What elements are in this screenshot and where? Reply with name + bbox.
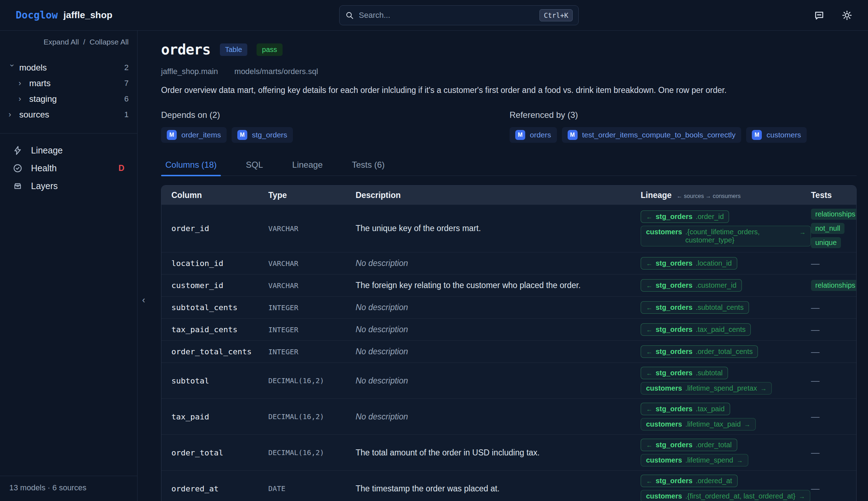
header-description: Description: [356, 191, 641, 200]
sidebar-tree-item-staging[interactable]: › staging 6: [0, 91, 137, 107]
lineage-badge[interactable]: ← stg_orders .tax_paid_cents: [641, 323, 751, 336]
model-badge-test_order_items_compute_to_bools_correctly[interactable]: M test_order_items_compute_to_bools_corr…: [562, 127, 742, 143]
referenced-by-section: Referenced by (3) M orders M test_order_…: [510, 110, 857, 143]
lineage-column: .tax_paid_cents: [696, 325, 745, 334]
lineage-column: .order_total_cents: [696, 348, 753, 356]
model-tree: › models 2 › marts 7 › staging 6 › sourc…: [0, 60, 137, 122]
depends-on-label: Depends on (2): [161, 110, 510, 120]
tree-item-label: sources: [19, 110, 49, 120]
upstream-arrow-icon: ←: [646, 304, 652, 312]
lineage-column: .customer_id: [696, 281, 737, 289]
lineage-column: .{count_lifetime_orders, customer_type}: [685, 228, 796, 244]
column-name: subtotal_cents: [161, 303, 268, 312]
lineage-badge[interactable]: customers .lifetime_spend_pretax →: [641, 382, 772, 395]
column-lineage: ← stg_orders .ordered_at customers .{fir…: [641, 475, 811, 501]
column-name: tax_paid: [161, 412, 268, 421]
column-description: No description: [356, 347, 641, 356]
lineage-badge[interactable]: ← stg_orders .location_id: [641, 257, 737, 270]
search-input[interactable]: Search... Ctrl+K: [339, 5, 579, 25]
lineage-badge[interactable]: ← stg_orders .subtotal_cents: [641, 301, 749, 314]
lineage-badge[interactable]: ← stg_orders .order_total_cents: [641, 345, 758, 358]
lineage-model: stg_orders: [656, 213, 692, 221]
lineage-column: .lifetime_spend_pretax: [685, 384, 757, 392]
breadcrumb: jaffle_shop.main models/marts/orders.sql: [161, 67, 857, 76]
sidebar-tree-item-models[interactable]: › models 2: [0, 60, 137, 75]
collapse-all-link[interactable]: Collapse All: [89, 38, 129, 46]
check-circle-icon: [13, 163, 22, 173]
feedback-bubble-icon[interactable]: [814, 10, 825, 21]
no-tests-dash: —: [811, 412, 820, 422]
status-badge: pass: [257, 43, 282, 56]
lineage-column: .subtotal: [696, 369, 723, 377]
column-type: DATE: [268, 484, 356, 493]
column-description: No description: [356, 376, 641, 386]
sidebar-collapse-handle[interactable]: ‹: [140, 293, 148, 307]
model-badge-stg_orders[interactable]: M stg_orders: [232, 127, 293, 143]
tree-item-label: staging: [29, 94, 57, 104]
lineage-model: stg_orders: [656, 441, 692, 449]
lineage-badge[interactable]: customers .{count_lifetime_orders, custo…: [641, 226, 811, 246]
sidebar-item-lineage[interactable]: Lineage: [0, 141, 137, 159]
search-icon: [345, 11, 354, 20]
sidebar-item-health[interactable]: Health D: [0, 159, 137, 177]
lineage-badge[interactable]: ← stg_orders .order_total: [641, 439, 737, 451]
column-name: tax_paid_cents: [161, 325, 268, 334]
column-description: The unique key of the orders mart.: [356, 224, 641, 233]
lineage-badge[interactable]: ← stg_orders .ordered_at: [641, 475, 738, 487]
column-description: The total amount of the order in USD inc…: [356, 448, 641, 458]
expand-all-link[interactable]: Expand All: [43, 38, 79, 46]
test-badge: unique: [811, 237, 841, 248]
model-badge-orders[interactable]: M orders: [510, 127, 557, 143]
test-badge: relationships: [811, 280, 857, 291]
table-row: ordered_at DATE The timestamp the order …: [161, 470, 856, 501]
theme-sun-icon[interactable]: [842, 10, 852, 21]
lineage-badge[interactable]: ← stg_orders .customer_id: [641, 279, 742, 292]
lineage-model: stg_orders: [656, 405, 692, 413]
tab-columns-18[interactable]: Columns (18): [161, 160, 221, 176]
column-tests: relationshipsnot_nullunique: [811, 209, 857, 248]
lineage-badge[interactable]: ← stg_orders .tax_paid: [641, 403, 730, 415]
column-name: order_id: [161, 224, 268, 233]
downstream-arrow-icon: →: [760, 385, 766, 392]
model-badge-order_items[interactable]: M order_items: [161, 127, 227, 143]
lineage-badge[interactable]: ← stg_orders .order_id: [641, 210, 729, 223]
model-badge-label: order_items: [181, 131, 221, 139]
sidebar-tree-item-sources[interactable]: › sources 1: [0, 107, 137, 122]
column-description: No description: [356, 412, 641, 422]
tab-tests-6[interactable]: Tests (6): [348, 160, 389, 176]
sidebar-tree-item-marts[interactable]: › marts 7: [0, 75, 137, 91]
model-badge-customers[interactable]: M customers: [746, 127, 807, 143]
column-lineage: ← stg_orders .tax_paid customers .lifeti…: [641, 403, 811, 430]
lineage-badge[interactable]: customers .lifetime_tax_paid →: [641, 418, 756, 430]
table-row: subtotal DECIMAL(16,2) No description ← …: [161, 362, 856, 398]
no-tests-dash: —: [811, 484, 820, 494]
tree-item-count: 7: [124, 79, 129, 88]
lineage-column: .lifetime_tax_paid: [685, 420, 741, 428]
column-description: No description: [356, 303, 641, 312]
column-lineage: ← stg_orders .order_id customers .{count…: [641, 210, 811, 246]
sidebar-item-layers[interactable]: Layers: [0, 177, 137, 195]
upstream-arrow-icon: ←: [646, 370, 652, 377]
column-name: ordered_at: [161, 484, 268, 493]
upstream-arrow-icon: ←: [646, 348, 652, 356]
lineage-badge[interactable]: customers .{first_ordered_at, last_order…: [641, 490, 810, 501]
tab-lineage[interactable]: Lineage: [288, 160, 327, 176]
no-tests-dash: —: [811, 303, 820, 313]
page-title: orders: [161, 41, 211, 58]
lineage-model: customers: [646, 492, 682, 500]
tab-sql[interactable]: SQL: [242, 160, 267, 176]
lineage-badge[interactable]: ← stg_orders .subtotal: [641, 367, 728, 379]
column-lineage: ← stg_orders .subtotal customers .lifeti…: [641, 367, 811, 395]
upstream-arrow-icon: ←: [646, 442, 652, 449]
table-row: order_total_cents INTEGER No description…: [161, 340, 856, 362]
search-placeholder: Search...: [359, 11, 534, 20]
column-description: No description: [356, 259, 641, 268]
main-content: orders Table pass jaffle_shop.main model…: [138, 31, 868, 501]
column-lineage: ← stg_orders .order_total customers .lif…: [641, 439, 811, 466]
lightning-icon: [13, 146, 22, 155]
upstream-arrow-icon: ←: [646, 282, 652, 289]
column-name: order_total_cents: [161, 347, 268, 356]
lineage-badge[interactable]: customers .lifetime_spend →: [641, 454, 748, 466]
column-tests: —: [811, 376, 856, 386]
layers-icon: [13, 181, 22, 191]
